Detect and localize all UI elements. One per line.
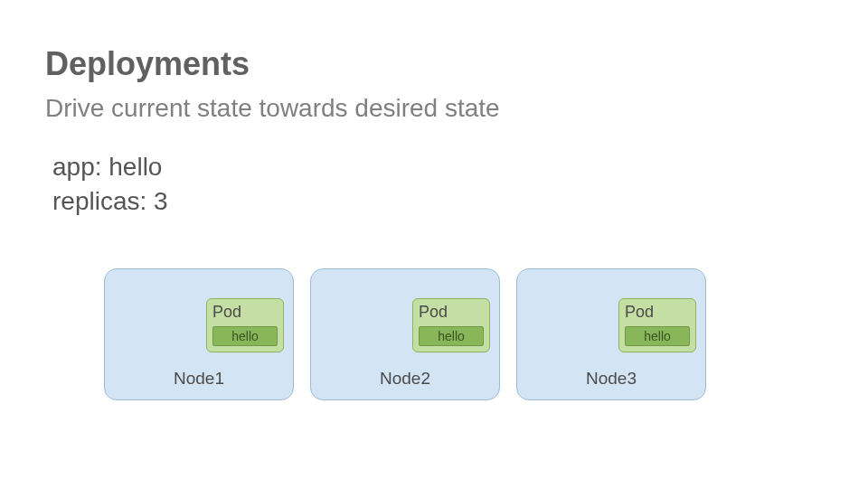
pod-title: Pod [419,304,484,320]
slide-title: Deployments [45,45,823,83]
container-label: hello [231,330,259,343]
pod-title: Pod [212,304,278,320]
nodes-row: Pod hello Node1 Pod hello Node2 Pod hell… [104,268,823,400]
node-box-2: Pod hello Node2 [310,268,500,400]
pod-title: Pod [625,304,690,320]
deployment-spec: app: hello replicas: 3 [52,150,823,219]
container-label: hello [438,330,465,343]
node-label: Node2 [311,369,499,389]
container-chip: hello [625,326,690,346]
pod-box: Pod hello [206,298,284,352]
node-label: Node3 [517,369,705,389]
container-chip: hello [419,326,484,346]
node-box-1: Pod hello Node1 [104,268,294,400]
slide-subtitle: Drive current state towards desired stat… [45,94,823,123]
node-box-3: Pod hello Node3 [516,268,706,400]
node-label: Node1 [105,369,293,389]
spec-app-line: app: hello [52,150,823,184]
pod-box: Pod hello [412,298,490,352]
container-chip: hello [212,326,278,346]
pod-box: Pod hello [618,298,696,352]
spec-replicas-line: replicas: 3 [52,184,823,219]
container-label: hello [644,330,671,343]
